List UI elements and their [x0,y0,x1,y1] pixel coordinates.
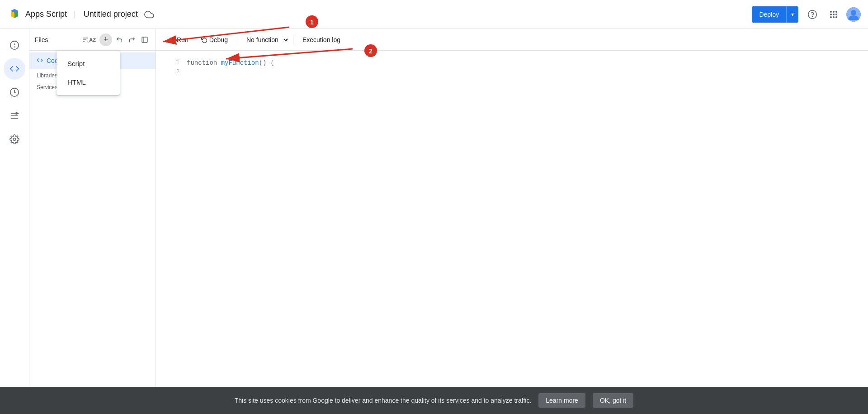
apps-script-logo [7,7,22,22]
code-editor[interactable]: 1 function myFunction() { 2 [156,51,868,387]
toolbar-divider-2 [293,34,293,45]
editor-toolbar: Run Debug No function Execution log [156,29,868,51]
separator: | [73,10,75,19]
code-line-1: 1 function myFunction() { [165,58,859,68]
sidebar-triggers-button[interactable] [4,81,25,103]
app-name: Apps Script [25,10,67,19]
help-button[interactable] [804,6,821,23]
svg-point-1 [808,10,816,18]
deploy-main-button[interactable]: Deploy [752,6,786,23]
logo-area: Apps Script [7,7,67,22]
run-button[interactable]: Run [163,33,194,46]
function-selector[interactable]: No function [241,34,289,46]
ok-got-it-button[interactable]: OK, got it [593,393,633,408]
svg-point-4 [851,10,856,15]
sidebar-overview-button[interactable] [4,34,25,56]
icon-sidebar [0,29,29,387]
dropdown-script-item[interactable]: Script [57,54,120,73]
execution-log-button[interactable]: Execution log [297,33,346,46]
user-avatar[interactable] [846,7,861,22]
sort-files-button[interactable]: AZ AZ [80,34,98,45]
svg-rect-17 [142,37,147,43]
plus-icon: + [104,35,108,44]
line-number-1: 1 [165,58,179,67]
sidebar-editor-button[interactable] [4,58,25,80]
cookie-text: This site uses cookies from Google to de… [235,397,532,404]
execution-log-label: Execution log [302,36,340,43]
header-right: Deploy ▾ [752,6,861,23]
debug-button[interactable]: Debug [196,33,233,46]
header-left: Apps Script | Untitled project [7,7,752,22]
learn-more-button[interactable]: Learn more [538,393,585,408]
project-name: Untitled project [84,10,138,19]
line-number-2: 2 [165,68,179,76]
code-content-1: function myFunction() { [187,58,274,68]
cookie-banner: This site uses cookies from Google to de… [0,387,868,414]
app-header: Apps Script | Untitled project Deploy ▾ [0,0,868,29]
files-panel: Files AZ AZ + [29,29,156,387]
grid-icon [830,11,837,18]
dropdown-html-item[interactable]: HTML [57,73,120,91]
sidebar-executions-button[interactable] [4,105,25,127]
deploy-dropdown-button[interactable]: ▾ [787,6,798,23]
run-label: Run [177,36,189,43]
editor-area: Run Debug No function Execution log 1 [156,29,868,387]
sidebar-settings-button[interactable] [4,128,25,150]
svg-point-12 [13,138,16,141]
more-options-button[interactable] [139,34,150,45]
add-file-button[interactable]: + [99,33,112,46]
file-icon [37,57,43,65]
apps-grid-button[interactable] [826,7,841,22]
undo-button[interactable] [114,34,125,45]
save-to-drive-button[interactable] [142,8,156,21]
files-title: Files [35,36,78,43]
add-file-dropdown: Script HTML [57,51,120,95]
code-line-2: 2 [165,68,859,78]
redo-button[interactable] [127,34,137,45]
debug-label: Debug [209,36,228,43]
main-area: Files AZ AZ + [0,29,868,387]
toolbar-divider [237,34,237,45]
files-header: Files AZ AZ + [29,29,156,51]
sort-label: AZ [89,37,96,43]
deploy-button[interactable]: Deploy ▾ [752,6,798,23]
svg-marker-19 [170,37,174,42]
